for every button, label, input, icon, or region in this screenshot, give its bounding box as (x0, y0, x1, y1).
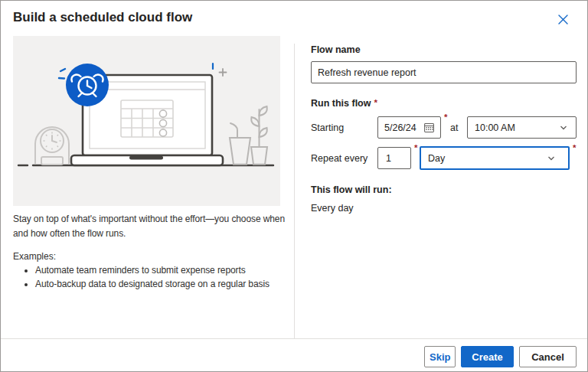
calendar-graphic (121, 100, 173, 137)
scheduled-flow-illustration (13, 36, 280, 206)
scheduled-cloud-flow-dialog: Build a scheduled cloud flow (0, 0, 588, 372)
flow-name-input[interactable] (311, 61, 577, 83)
flow-name-label: Flow name (311, 44, 361, 55)
required-marker: * (414, 143, 417, 152)
example-item: Auto-backup data to designated storage o… (35, 278, 283, 292)
chevron-down-icon (559, 123, 568, 132)
summary-label: This flow will run: (311, 184, 392, 195)
starting-label: Starting (311, 122, 344, 133)
repeat-every-label: Repeat every (311, 153, 368, 164)
examples-heading: Examples: (13, 251, 56, 262)
panel-divider (294, 44, 295, 338)
frequency-value: Day (428, 153, 445, 164)
frequency-dropdown[interactable]: Day (420, 146, 570, 170)
create-button[interactable]: Create (461, 346, 514, 367)
run-this-flow-label: Run this flow * (311, 98, 377, 109)
cancel-button[interactable]: Cancel (519, 346, 577, 367)
dialog-title: Build a scheduled cloud flow (13, 10, 192, 25)
illustration-panel (13, 36, 280, 206)
start-time-value: 10:00 AM (475, 122, 515, 133)
example-item: Automate team reminders to submit expens… (35, 264, 283, 278)
skip-button[interactable]: Skip (424, 346, 456, 367)
schedule-form: Flow name Run this flow * Starting 5/26/… (311, 1, 577, 338)
required-marker: * (573, 143, 576, 152)
chevron-down-icon (547, 154, 556, 163)
start-date-picker[interactable]: 5/26/24 (377, 116, 441, 139)
required-marker: * (374, 98, 377, 109)
required-marker: * (444, 113, 447, 122)
at-label: at (450, 122, 458, 133)
summary-value: Every day (311, 203, 354, 214)
interval-input[interactable] (377, 147, 411, 169)
dialog-description: Stay on top of what's important without … (13, 212, 292, 241)
start-date-value: 5/26/24 (384, 122, 416, 133)
calendar-icon[interactable] (423, 122, 435, 133)
footer-divider (1, 338, 588, 339)
start-time-dropdown[interactable]: 10:00 AM (467, 116, 577, 139)
alarm-clock-icon (66, 64, 109, 106)
examples-list: Automate team reminders to submit expens… (13, 264, 283, 291)
